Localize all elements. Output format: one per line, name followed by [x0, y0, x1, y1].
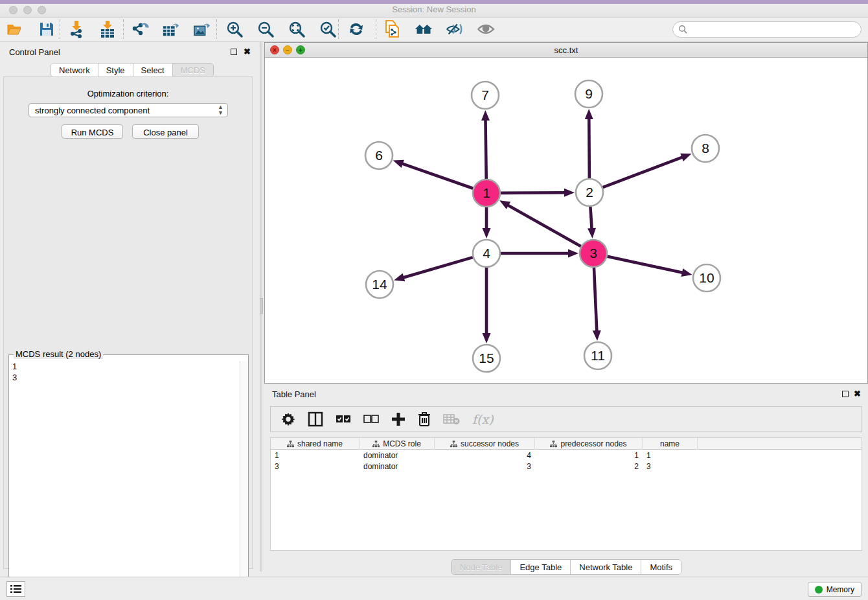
vertical-splitter[interactable]	[260, 42, 262, 571]
tab-node-table[interactable]: Node Table	[451, 560, 512, 574]
cell-shared-name[interactable]: 1	[271, 450, 360, 461]
column-label: MCDS role	[383, 439, 421, 448]
cell-MCDS-role[interactable]: dominator	[360, 450, 435, 461]
column-header-MCDS-role[interactable]: MCDS role	[360, 438, 435, 450]
tab-edge-table[interactable]: Edge Table	[511, 560, 571, 574]
column-label: name	[660, 439, 680, 448]
criterion-select[interactable]: strongly connected component ▲▼	[29, 103, 228, 117]
splitter-handle[interactable]	[260, 298, 263, 314]
column-label: successor nodes	[461, 439, 519, 448]
column-header-predecessor-nodes[interactable]: predecessor nodes	[535, 438, 643, 450]
deselect-all-columns-icon[interactable]	[363, 411, 379, 428]
zoom-in-icon[interactable]	[225, 20, 244, 38]
cell-successor-nodes[interactable]: 3	[435, 461, 535, 472]
close-panel-button[interactable]: Close panel	[132, 124, 199, 139]
mcds-result-box: MCDS result (2 nodes) 13	[8, 354, 249, 599]
close-panel-icon[interactable]: ✖	[244, 47, 251, 56]
arrowhead-4-14	[394, 273, 405, 281]
arrowhead-2-3	[588, 228, 596, 238]
network-window-titlebar: × − + scc.txt	[265, 43, 867, 58]
result-scrollbar[interactable]	[240, 361, 248, 599]
duplicate-network-icon[interactable]	[383, 20, 402, 38]
mcds-result-list[interactable]: 13	[12, 361, 17, 383]
close-table-panel-icon[interactable]: ✖	[854, 389, 861, 398]
arrowhead-1-7	[481, 110, 490, 121]
function-builder-icon[interactable]: f(x)	[472, 411, 494, 428]
open-network-home-icon[interactable]	[415, 20, 433, 38]
table-header-row: shared nameMCDS rolesuccessor nodesprede…	[271, 437, 862, 450]
import-network-icon[interactable]	[67, 20, 86, 38]
cell-successor-nodes[interactable]: 4	[435, 450, 535, 461]
float-panel-icon[interactable]	[231, 49, 237, 55]
edge-4-14[interactable]	[402, 257, 473, 278]
table-row[interactable]: 1dominator411	[271, 450, 862, 461]
table-tabs-bar: Node TableEdge TableNetwork TableMotifs	[264, 559, 868, 575]
edge-3-10[interactable]	[607, 257, 683, 273]
edge-1-7[interactable]	[485, 119, 486, 179]
delete-row-icon[interactable]	[418, 411, 431, 428]
tab-motifs[interactable]: Motifs	[641, 560, 681, 574]
column-layout-icon[interactable]	[308, 411, 323, 428]
tab-select[interactable]: Select	[133, 63, 173, 77]
edge-3-11[interactable]	[594, 268, 597, 332]
mac-titlebar: Session: New Session	[0, 0, 868, 17]
search-field[interactable]	[672, 21, 862, 38]
zoom-fit-icon[interactable]	[288, 20, 306, 38]
column-label: predecessor nodes	[560, 439, 626, 448]
cell-predecessor-nodes[interactable]: 2	[535, 461, 643, 472]
node-label-2: 2	[586, 185, 593, 200]
cell-name[interactable]: 3	[643, 461, 698, 472]
edge-2-9[interactable]	[589, 117, 589, 178]
cell-predecessor-nodes[interactable]: 1	[535, 450, 643, 461]
column-type-icon	[372, 441, 380, 448]
float-table-panel-icon[interactable]	[842, 391, 849, 397]
task-history-button[interactable]	[6, 581, 25, 597]
tab-network[interactable]: Network	[51, 63, 98, 77]
import-table-icon[interactable]	[98, 20, 117, 38]
add-row-icon[interactable]	[391, 411, 405, 428]
edge-1-6[interactable]	[401, 163, 473, 189]
list-icon	[10, 584, 21, 594]
run-mcds-button[interactable]: Run MCDS	[62, 124, 123, 139]
save-session-icon[interactable]	[38, 20, 56, 38]
edge-2-8[interactable]	[603, 157, 684, 187]
arrowhead-3-11	[593, 330, 601, 341]
table-panel: Table Panel ✖ f(x) shared nameMCDS roles…	[264, 386, 868, 577]
cell-MCDS-role[interactable]: dominator	[360, 461, 435, 472]
cell-shared-name[interactable]: 3	[271, 461, 360, 472]
node-label-14: 14	[372, 277, 387, 292]
export-network-icon[interactable]	[131, 20, 149, 38]
network-graph-canvas[interactable]: 7968124314101511	[265, 58, 867, 383]
export-table-icon[interactable]	[162, 20, 180, 38]
tab-network-table[interactable]: Network Table	[571, 560, 641, 574]
hide-panels-icon[interactable]	[446, 20, 464, 38]
tab-mcds[interactable]: MCDS	[173, 63, 213, 77]
column-header-shared-name[interactable]: shared name	[271, 438, 360, 450]
main-toolbar	[0, 17, 868, 41]
zoom-out-icon[interactable]	[257, 20, 275, 38]
column-header-successor-nodes[interactable]: successor nodes	[435, 438, 535, 450]
export-image-icon[interactable]	[193, 20, 211, 38]
titlebar-accent	[0, 0, 868, 4]
table-toolbar: f(x)	[270, 406, 862, 432]
column-header-name[interactable]: name	[643, 438, 698, 450]
delete-table-icon[interactable]	[443, 411, 460, 428]
tab-style[interactable]: Style	[98, 63, 133, 77]
open-session-icon[interactable]	[6, 20, 25, 38]
cell-name[interactable]: 1	[643, 450, 698, 461]
select-all-columns-icon[interactable]	[336, 411, 351, 428]
edge-1-2[interactable]	[501, 192, 566, 193]
show-panels-icon[interactable]	[477, 20, 495, 38]
refresh-layout-icon[interactable]	[347, 20, 365, 38]
search-input[interactable]	[688, 25, 850, 34]
node-label-3: 3	[589, 246, 597, 260]
memory-button[interactable]: Memory	[808, 582, 862, 597]
column-type-icon	[287, 441, 294, 448]
table-settings-icon[interactable]	[281, 411, 295, 428]
edge-2-3[interactable]	[590, 207, 591, 230]
column-type-icon	[450, 441, 457, 448]
zoom-selected-icon[interactable]	[319, 20, 337, 38]
table-row[interactable]: 3dominator323	[271, 461, 862, 472]
memory-label: Memory	[827, 585, 854, 594]
edge-3-1[interactable]	[507, 205, 580, 247]
